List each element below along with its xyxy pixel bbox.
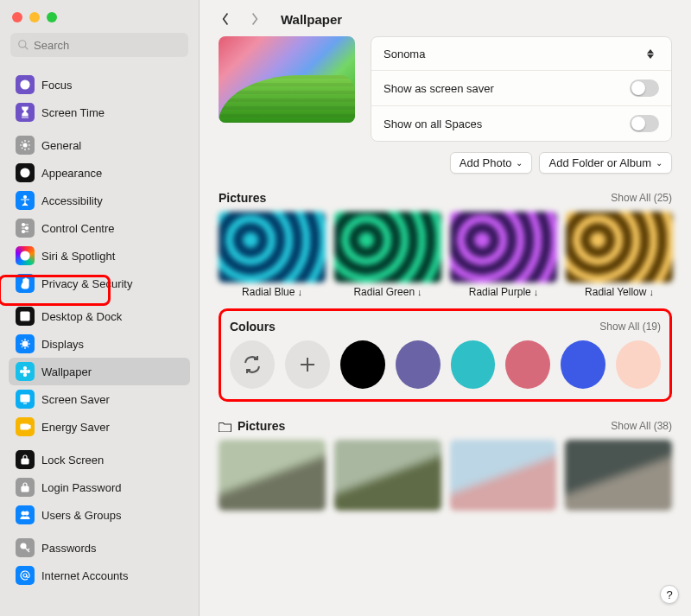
svg-rect-20 — [29, 426, 31, 429]
dock-icon — [16, 307, 35, 326]
svg-point-7 — [26, 227, 29, 230]
sidebar-item-desktop-dock[interactable]: Desktop & Dock — [9, 302, 190, 330]
wallpaper-thumb[interactable]: Radial Purple↓ — [450, 212, 557, 298]
svg-rect-18 — [21, 395, 29, 402]
wallpaper-settings: Sonoma Show as screen saver Show on all … — [371, 36, 672, 142]
svg-point-9 — [21, 251, 29, 260]
colour-swatch[interactable] — [451, 340, 496, 389]
toolbar: Wallpaper — [200, 0, 691, 36]
pictures-showall[interactable]: Show All (25) — [611, 192, 672, 204]
colour-swatch[interactable] — [561, 340, 605, 389]
sidebar-item-users-groups[interactable]: Users & Groups — [9, 501, 190, 529]
folder-icon — [219, 421, 232, 432]
sidebar-item-passwords[interactable]: Passwords — [9, 534, 190, 562]
sidebar-item-login-password[interactable]: Login Password — [9, 473, 190, 501]
forward-button[interactable] — [246, 10, 263, 28]
sidebar-item-lock-screen[interactable]: Lock Screen — [9, 446, 190, 473]
user-photo-thumb[interactable] — [334, 440, 441, 511]
svg-point-14 — [24, 367, 27, 370]
sidebar-item-label: Internet Accounts — [41, 569, 128, 582]
wallpaper-name-dropdown[interactable]: Sonoma — [371, 37, 671, 71]
sidebar-item-wallpaper[interactable]: Wallpaper — [9, 358, 190, 385]
svg-point-5 — [24, 196, 27, 199]
sidebar-item-accessibility[interactable]: Accessibility — [9, 187, 190, 214]
search-input[interactable] — [34, 39, 181, 52]
sidebar-item-label: Desktop & Dock — [41, 310, 122, 323]
sidebar-item-appearance[interactable]: Appearance — [9, 159, 190, 187]
wallpaper-thumb-caption: Radial Green↓ — [353, 286, 422, 298]
colours-showall[interactable]: Show All (19) — [599, 321, 661, 333]
back-button[interactable] — [217, 10, 234, 28]
user-photo-thumb[interactable] — [565, 440, 672, 511]
wallpaper-preview[interactable] — [219, 36, 355, 123]
wallpaper-thumb-image — [219, 212, 326, 283]
allspaces-toggle-label: Show on all Spaces — [384, 117, 482, 130]
sidebar-item-siri-spotlight[interactable]: Siri & Spotlight — [9, 242, 190, 270]
svg-point-0 — [19, 41, 26, 48]
svg-point-6 — [22, 224, 25, 226]
sidebar-item-internet-accounts[interactable]: Internet Accounts — [9, 562, 190, 589]
svg-point-12 — [22, 341, 28, 346]
sidebar-item-label: Screen Saver — [41, 393, 110, 406]
colours-title: Colours — [230, 320, 276, 333]
search-icon — [17, 39, 29, 51]
zoom-window-button[interactable] — [47, 12, 57, 22]
shuffle-colours-button[interactable] — [230, 340, 275, 389]
sidebar-item-label: Siri & Spotlight — [41, 250, 115, 263]
colours-section: Colours Show All (19) — [219, 308, 672, 402]
minimize-window-button[interactable] — [29, 12, 40, 22]
pictures-folder-showall[interactable]: Show All (38) — [611, 420, 672, 432]
wallpaper-thumb-image — [566, 212, 673, 283]
wallpaper-thumb[interactable]: Radial Yellow↓ — [566, 212, 673, 298]
content-scroll[interactable]: Sonoma Show as screen saver Show on all … — [200, 36, 691, 616]
svg-rect-22 — [22, 486, 29, 492]
svg-point-13 — [23, 370, 27, 373]
sidebar-item-label: Accessibility — [41, 194, 103, 207]
screensaver-toggle[interactable] — [630, 79, 659, 97]
add-folder-button[interactable]: Add Folder or Album ⌄ — [539, 152, 672, 174]
search-field[interactable] — [10, 33, 188, 57]
colour-swatch[interactable] — [616, 340, 661, 389]
sidebar-item-label: Appearance — [41, 167, 102, 180]
svg-point-15 — [24, 374, 27, 377]
sidebar-item-label: Displays — [41, 338, 84, 351]
user-photo-thumb[interactable] — [450, 440, 557, 511]
svg-rect-19 — [21, 424, 29, 429]
sidebar-item-focus[interactable]: Focus — [9, 71, 190, 98]
download-icon: ↓ — [534, 287, 539, 297]
svg-point-8 — [22, 231, 25, 233]
close-window-button[interactable] — [12, 12, 22, 22]
add-colour-button[interactable] — [285, 340, 330, 389]
sidebar-item-label: Lock Screen — [41, 454, 104, 467]
sidebar-item-screen-saver[interactable]: Screen Saver — [9, 385, 190, 413]
sidebar-item-control-centre[interactable]: Control Centre — [9, 214, 190, 242]
sidebar-list[interactable]: FocusScreen TimeGeneralAppearanceAccessi… — [0, 66, 199, 616]
gear-icon — [16, 136, 35, 155]
colour-swatch[interactable] — [340, 340, 385, 389]
sidebar-item-screen-time[interactable]: Screen Time — [9, 98, 190, 126]
dropdown-arrows-icon — [647, 46, 659, 61]
sidebar-item-energy-saver[interactable]: Energy Saver — [9, 413, 190, 441]
sidebar-item-displays[interactable]: Displays — [9, 330, 190, 358]
wallpaper-thumb[interactable]: Radial Blue↓ — [219, 212, 326, 298]
sidebar-item-label: Users & Groups — [41, 509, 121, 522]
colour-swatch[interactable] — [396, 340, 441, 389]
sidebar-item-label: Screen Time — [41, 106, 105, 119]
colour-swatch[interactable] — [505, 340, 550, 389]
chevron-down-icon: ⌄ — [656, 158, 662, 168]
hourglass-icon — [16, 103, 35, 122]
sidebar-item-general[interactable]: General — [9, 131, 190, 159]
sidebar-item-label: Wallpaper — [41, 365, 92, 378]
ssaver-icon — [16, 390, 35, 409]
user-photo-thumb[interactable] — [219, 440, 326, 511]
wallpaper-thumb-caption: Radial Blue↓ — [242, 286, 302, 298]
flower-icon — [16, 362, 35, 381]
allspaces-toggle[interactable] — [630, 115, 659, 132]
svg-point-3 — [23, 143, 27, 147]
sidebar-item-label: Login Password — [41, 481, 122, 494]
help-button[interactable]: ? — [660, 585, 679, 604]
wallpaper-thumb[interactable]: Radial Green↓ — [334, 212, 441, 298]
svg-line-1 — [25, 47, 29, 50]
wallpaper-thumb-caption: Radial Purple↓ — [469, 286, 539, 298]
add-photo-button[interactable]: Add Photo ⌄ — [450, 152, 533, 174]
